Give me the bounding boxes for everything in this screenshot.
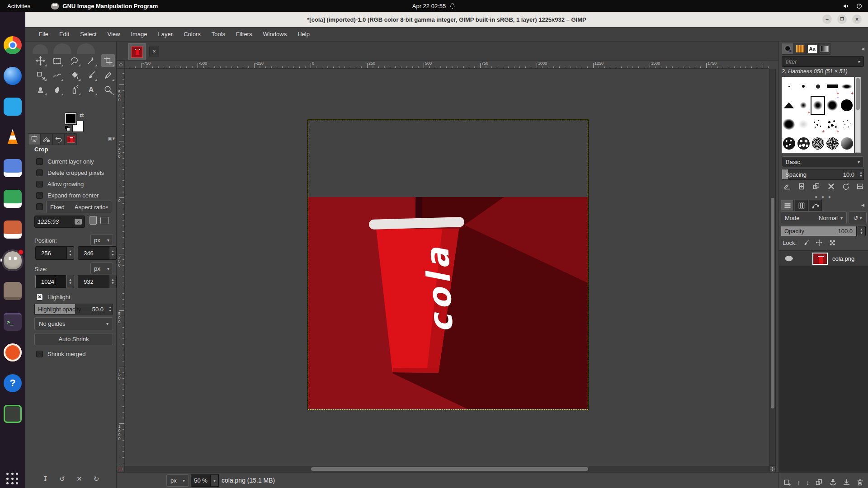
position-y-input[interactable]: 346 (78, 246, 109, 260)
option-current-layer-only[interactable]: Current layer only (36, 158, 94, 165)
navigation-preview-button[interactable] (769, 466, 776, 472)
option-allow-growing[interactable]: Allow growing (36, 181, 84, 188)
activities-button[interactable]: Activities (7, 3, 30, 9)
minimize-button[interactable]: – (822, 14, 832, 24)
power-icon[interactable] (856, 3, 863, 9)
slider-stepper[interactable]: ▲▼ (859, 169, 863, 179)
slider-stepper[interactable]: ▲▼ (108, 304, 112, 314)
dock-item-vlc[interactable] (4, 128, 22, 146)
guides-dropdown[interactable]: No guides ▾ (34, 317, 113, 330)
checkbox[interactable] (36, 169, 43, 176)
tab-device-status[interactable] (40, 133, 52, 145)
tab-fonts[interactable]: Aa (806, 43, 818, 55)
menu-edit[interactable]: Edit (59, 31, 69, 38)
option-fixed[interactable] (36, 203, 43, 210)
mode-group-switch[interactable]: ↺▾ (849, 211, 867, 224)
dock-item-terminal[interactable]: >_ (4, 313, 22, 331)
position-x-input[interactable]: 256 (35, 246, 67, 260)
fixed-aspect-dropdown[interactable]: Fixed Aspect ratio ▾ (46, 201, 112, 213)
dock-item-chrome[interactable] (4, 36, 22, 54)
dock-item-software[interactable] (4, 343, 22, 361)
auto-shrink-button[interactable]: Auto Shrink (34, 333, 113, 345)
dock-resize-handle[interactable]: ● ● ● (779, 194, 868, 199)
portrait-orientation-icon[interactable] (90, 216, 97, 225)
brush-swatch-circle[interactable] (840, 96, 854, 115)
brush-swatch-star[interactable] (782, 96, 796, 115)
menu-help[interactable]: Help (297, 31, 310, 38)
menu-view[interactable]: View (108, 31, 120, 38)
duplicate-brush-icon[interactable] (812, 183, 820, 190)
menu-image[interactable]: Image (131, 31, 147, 38)
tool-rectangle-select[interactable] (50, 54, 64, 67)
brush-swatch-scribble[interactable] (782, 115, 796, 134)
tab-layers[interactable] (781, 200, 794, 211)
tab-brushes[interactable] (782, 43, 794, 55)
tab-patterns[interactable] (794, 43, 806, 55)
opacity-stepper[interactable]: ▲▼ (858, 226, 866, 236)
checkbox[interactable] (36, 181, 43, 188)
swap-colors-icon[interactable]: ⇄ (80, 112, 84, 118)
gimp-titlebar[interactable]: *[cola] (imported)-1.0 (RGB color 8-bit … (25, 12, 868, 27)
show-applications-button[interactable] (6, 473, 19, 485)
edit-brush-icon[interactable] (783, 183, 791, 190)
scrollbar-thumb[interactable] (771, 198, 774, 408)
aspect-ratio-input[interactable]: 1225:93 ✕ (34, 216, 85, 228)
image-viewport[interactable]: cola (125, 69, 769, 466)
brush-swatch-sponge[interactable] (782, 134, 796, 153)
checkbox[interactable] (36, 351, 43, 357)
brush-grid-scrollbar[interactable] (855, 77, 861, 153)
size-height-stepper[interactable]: ▲▼ (109, 275, 117, 288)
lock-alpha-icon[interactable] (829, 239, 836, 246)
brush-grid[interactable]: ++++++ (782, 77, 854, 153)
status-unit-dropdown[interactable]: px ▾ (166, 474, 189, 487)
brush-swatch-dot-m[interactable] (796, 77, 811, 96)
horizontal-ruler[interactable]: -750-500-25002505007501000125015001750 (125, 61, 769, 69)
clock[interactable]: Apr 22 02:55 (412, 3, 456, 9)
highlight-opacity-slider[interactable]: Highlight opacity 50.0 ▲▼ (34, 304, 113, 314)
anchor-layer-icon[interactable] (829, 479, 837, 486)
default-colors-icon[interactable] (65, 126, 71, 131)
new-brush-icon[interactable] (798, 183, 806, 190)
lock-position-icon[interactable] (816, 239, 823, 246)
option-shrink-merged[interactable]: Shrink merged (36, 351, 86, 357)
new-layer-icon[interactable] (783, 479, 791, 486)
dock-item-gimp[interactable] (4, 251, 22, 269)
size-width-input[interactable]: 1024 (35, 275, 67, 288)
panel-menu-icon[interactable]: ◀ (861, 203, 864, 207)
visibility-eye-icon[interactable] (784, 255, 793, 262)
size-width-stepper[interactable]: ▲▼ (67, 275, 74, 288)
tool-fuzzy-select[interactable] (84, 54, 98, 67)
dock-item-vscode[interactable] (4, 98, 22, 116)
brush-swatch-bar[interactable]: + (825, 77, 840, 96)
menu-colors[interactable]: Colors (184, 31, 201, 38)
brush-swatch-soft-m[interactable] (811, 96, 825, 115)
tab-undo-history[interactable] (52, 133, 65, 145)
menu-layer[interactable]: Layer (158, 31, 173, 38)
tab-tool-options[interactable] (28, 133, 40, 145)
refresh-brushes-icon[interactable] (842, 183, 849, 190)
brush-swatch-soft-l[interactable]: + (825, 96, 840, 115)
checkbox[interactable]: ✕ (36, 294, 43, 300)
position-unit-dropdown[interactable]: px▾ (90, 234, 113, 246)
brush-group-dropdown[interactable]: Basic, ▾ (782, 156, 864, 167)
scrollbar-thumb[interactable] (311, 467, 588, 471)
lower-layer-icon[interactable]: ↓ (806, 479, 809, 486)
landscape-orientation-icon[interactable] (100, 217, 109, 224)
tool-unified-transform[interactable] (33, 69, 47, 81)
dock-item-calc[interactable] (4, 190, 22, 208)
dock-item-recycle[interactable] (4, 405, 22, 423)
layer-mode-dropdown[interactable]: Mode Normal ▾ (781, 211, 847, 224)
panel-menu-icon[interactable]: ◀ (861, 47, 864, 51)
merge-layer-icon[interactable] (843, 479, 850, 486)
quick-mask-toggle[interactable] (117, 466, 125, 472)
restore-options-icon[interactable]: ↺ (60, 475, 66, 486)
checkbox[interactable] (36, 158, 43, 165)
zoom-control[interactable]: 50 % ▾ (191, 474, 219, 487)
tool-airbrush[interactable] (67, 83, 81, 96)
configure-tab-icon[interactable]: ▣▾ (108, 136, 115, 141)
dock-item-impress[interactable] (4, 221, 22, 239)
dock-item-files[interactable] (4, 282, 22, 300)
menu-tools[interactable]: Tools (212, 31, 225, 38)
dock-item-help[interactable]: ? (4, 374, 22, 392)
reset-options-icon[interactable]: ↻ (94, 475, 99, 486)
